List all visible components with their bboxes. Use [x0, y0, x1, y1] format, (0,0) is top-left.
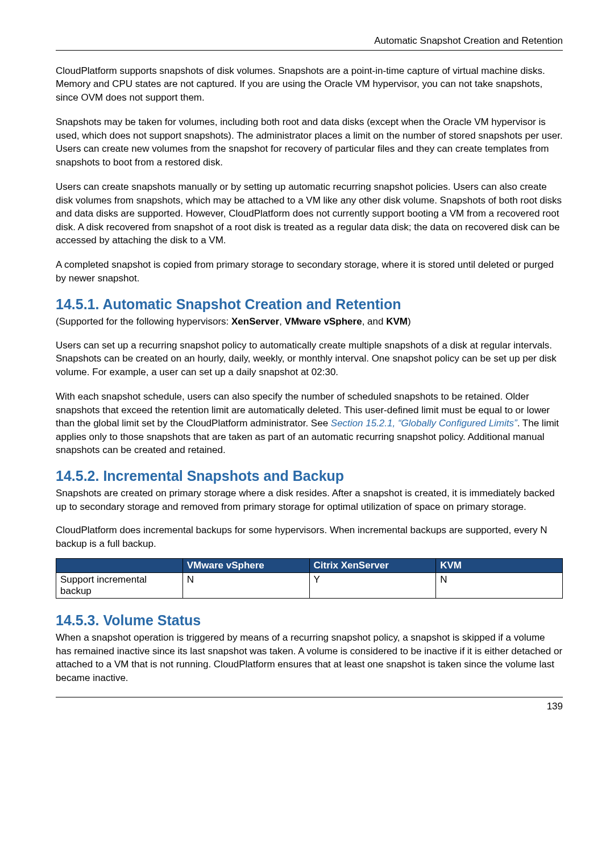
section-heading-1451: 14.5.1. Automatic Snapshot Creation and … — [56, 296, 563, 313]
sec3-paragraph-1: When a snapshot operation is triggered b… — [56, 631, 563, 684]
table-cell-vmware: N — [182, 573, 309, 599]
table-header-vmware: VMware vSphere — [182, 559, 309, 573]
header-rule — [56, 50, 563, 51]
table-row-label: Support incremental backup — [56, 573, 183, 599]
sub-post: ) — [408, 316, 411, 327]
hv-xenserver: XenServer — [231, 316, 279, 327]
table-header-blank — [56, 559, 183, 573]
intro-paragraph-2: Snapshots may be taken for volumes, incl… — [56, 115, 563, 169]
hv-vmware: VMware vSphere — [285, 316, 362, 327]
sec2-paragraph-1: Snapshots are created on primary storage… — [56, 487, 563, 513]
table-header-row: VMware vSphere Citrix XenServer KVM — [56, 559, 563, 573]
intro-paragraph-3: Users can create snapshots manually or b… — [56, 180, 563, 247]
sec1-paragraph-1: Users can set up a recurring snapshot po… — [56, 339, 563, 379]
hypervisor-support-note: (Supported for the following hypervisors… — [56, 315, 563, 328]
section-heading-1453: 14.5.3. Volume Status — [56, 612, 563, 629]
table-header-kvm: KVM — [436, 559, 563, 573]
incremental-backup-table: VMware vSphere Citrix XenServer KVM Supp… — [56, 558, 563, 599]
sub-pre: (Supported for the following hypervisors… — [56, 316, 231, 327]
running-header: Automatic Snapshot Creation and Retentio… — [56, 35, 563, 47]
hv-kvm: KVM — [386, 316, 408, 327]
sub-sep2: , and — [362, 316, 387, 327]
sec2-paragraph-2: CloudPlatform does incremental backups f… — [56, 524, 563, 550]
footer-rule — [56, 697, 563, 697]
sec1-paragraph-2: With each snapshot schedule, users can a… — [56, 390, 563, 456]
table-header-citrix: Citrix XenServer — [309, 559, 436, 573]
page-number: 139 — [56, 701, 563, 712]
intro-paragraph-4: A completed snapshot is copied from prim… — [56, 258, 563, 285]
sub-sep1: , — [279, 316, 284, 327]
section-heading-1452: 14.5.2. Incremental Snapshots and Backup — [56, 468, 563, 484]
globally-configured-limits-link[interactable]: Section 15.2.1, “Globally Configured Lim… — [331, 418, 517, 429]
table-cell-kvm: N — [436, 573, 563, 599]
table-cell-citrix: Y — [309, 573, 436, 599]
table-row: Support incremental backup N Y N — [56, 573, 563, 599]
page-container: Automatic Snapshot Creation and Retentio… — [0, 0, 614, 735]
intro-paragraph-1: CloudPlatform supports snapshots of disk… — [56, 64, 563, 104]
